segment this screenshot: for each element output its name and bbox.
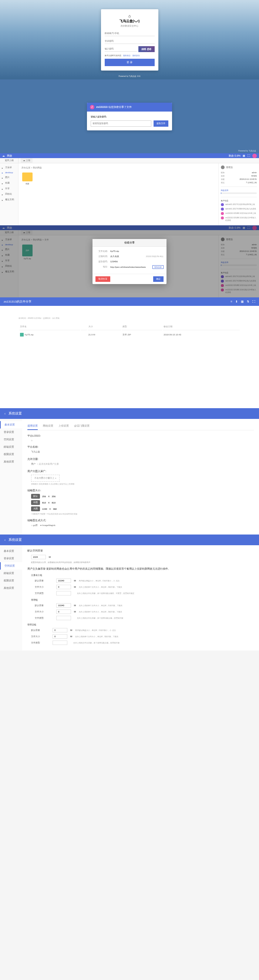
folder-item[interactable]: 相册 (21, 172, 33, 185)
quota-row: 文件大小M允许上传的单个文件大小，单位M，0则不限，下限关 (31, 634, 254, 639)
table-row[interactable]: KpT5.zip21.9 M文件 ZIP2018-09-15 10:43 (19, 331, 240, 338)
quota-input[interactable] (56, 579, 71, 583)
sidebar-item[interactable]: ▸分享 (1, 186, 17, 191)
quota-row: 文件大小M允许上传的单个文件大小，单位M，0则不限，下限关 (35, 585, 254, 589)
login-subtitle: 您的数据安全中心 (105, 24, 155, 28)
sidebar-item[interactable]: ▸回收站 (1, 191, 17, 197)
settings-nav: 基本设置登录设置空间设置邮箱设置权限设置其他设置 (0, 545, 22, 651)
modal-field: 文件名称:KpT5.zip (96, 250, 163, 253)
default-quota-input[interactable] (31, 555, 46, 559)
app-name: 网盘 (7, 154, 12, 158)
username-input[interactable] (105, 31, 155, 36)
captcha-input[interactable] (105, 46, 137, 52)
quota-input[interactable] (56, 585, 71, 589)
list-icon[interactable]: ≡ (230, 300, 232, 303)
nav-item[interactable]: 其他设置 (0, 584, 22, 592)
back-icon[interactable]: ‹ (5, 412, 6, 415)
captcha-image[interactable]: M6 B6 (138, 46, 155, 52)
folder-icon: ▸ (2, 193, 4, 196)
back-icon[interactable]: ‹ (5, 538, 6, 542)
tab[interactable]: 通用设置 (27, 423, 38, 430)
tab[interactable]: 网络设置 (43, 423, 53, 430)
quota-input[interactable] (56, 603, 71, 608)
nav-item[interactable]: 邮箱设置 (0, 570, 22, 577)
login-section: ⌂ 飞鸟云盘(•ᴗ•) 您的数据安全中心 M6 B6 账号注册即代表同意 服务条… (0, 0, 259, 80)
sidebar-item[interactable]: ▸图片 (1, 175, 17, 180)
sidebar-item[interactable]: ▸主目录 (1, 165, 17, 170)
quota-row: 文件类型允许上传的文件名后缀，多个使用勾取分隔符，可有空，留空则不限定 (35, 591, 254, 595)
admin-group-title: 管理员组 (27, 623, 254, 627)
extract-button[interactable]: 提取文件 (153, 121, 168, 127)
share-list-header: zs131313的文件分享 ≡ ⬇ ▦ ⇅ ⛶ (0, 298, 259, 306)
user-avatar-icon (221, 165, 225, 169)
privacy-link[interactable]: 隐私政策 (133, 54, 140, 57)
settings-space: ‹ 系统设置 基本设置登录设置空间设置邮箱设置权限设置其他设置 默认空间容量 M… (0, 535, 259, 651)
share-avatar: Z (90, 105, 94, 109)
sidebar-item[interactable]: ▸最近文档 (1, 197, 17, 202)
cancel-share-button[interactable]: 取消分享 (96, 276, 110, 282)
folder-icon: ▸ (2, 167, 4, 169)
quota-input[interactable] (53, 641, 67, 645)
user-quota-title: 用户主头像容量·更影响在网盘也会占用中用户的在真正的同情限额。限额以后需要首个暂… (27, 567, 254, 571)
fullscreen-icon[interactable]: ⛶ (253, 300, 255, 303)
modal-field: 地址:http://pan.url/share/index/wwwshare复制… (96, 265, 163, 269)
nav-item[interactable]: 登录设置 (0, 428, 22, 436)
user-avatar-icon[interactable] (253, 154, 257, 158)
grid-view-icon[interactable]: ▦ (241, 300, 244, 303)
quota-input[interactable] (56, 591, 71, 595)
nav-item[interactable]: 空间设置 (0, 562, 22, 570)
upload-button[interactable]: ☁ 上传 (21, 158, 32, 163)
sidebar-item[interactable]: ▸收藏 (1, 180, 17, 186)
folder-icon: ▸ (2, 177, 4, 179)
nav-item[interactable]: 权限设置 (0, 451, 22, 458)
share-password-input[interactable] (91, 121, 151, 127)
modal-field: 提取密码:123456 (96, 260, 163, 263)
fm-topbar: ☁ 网盘 剩余 0.8% ▦ ⛶ (0, 153, 259, 158)
logo-preview: ⌂ (31, 439, 254, 441)
share-meta: 发布时间：2018年11月15日 · 过期时间：永久有效 (19, 317, 240, 319)
quota-input[interactable] (53, 634, 67, 639)
upload-bg-button[interactable]: 不在大图小小窗口上 + (31, 475, 59, 482)
fullscreen-icon[interactable]: ⛶ (248, 154, 250, 157)
nav-item[interactable]: 空间设置 (0, 436, 22, 443)
nav-item[interactable]: 其他设置 (0, 458, 22, 465)
terms-link[interactable]: 服务条款 (123, 54, 131, 57)
grid-icon[interactable]: ▦ (243, 154, 245, 158)
nav-item[interactable]: 邮箱设置 (0, 443, 22, 451)
login-card: ⌂ 飞鸟云盘(•ᴗ•) 您的数据安全中心 M6 B6 账号注册即代表同意 服务条… (101, 9, 158, 70)
tab[interactable]: 会话门限设置 (74, 423, 90, 430)
nav-item[interactable]: 登录设置 (0, 555, 22, 562)
compress-imagick-radio[interactable]: ● ImageMagick (40, 524, 56, 527)
quota-input[interactable] (53, 628, 67, 632)
login-button[interactable]: 登 录 (105, 59, 155, 66)
compress-gd-radio[interactable]: ○ gd库 (31, 524, 38, 527)
tab[interactable]: 上传设置 (58, 423, 69, 430)
logo-label: 平台LOGO: (27, 434, 254, 438)
confirm-button[interactable]: 确定 (153, 276, 163, 282)
back-button[interactable]: 返回上级 (0, 158, 19, 163)
thumb-label: 缩略图大小: (27, 489, 254, 492)
nav-item[interactable]: 基本设置 (0, 547, 22, 555)
sidebar-item[interactable]: ▸desktop (1, 170, 17, 175)
quota-input[interactable] (56, 609, 71, 614)
nav-item[interactable]: 权限设置 (0, 577, 22, 584)
quota-input[interactable] (56, 616, 71, 620)
default-quota-title: 默认空间容量 (27, 549, 254, 553)
role-select[interactable]: 用户 (31, 463, 35, 465)
breadcrumb[interactable]: 所有位置 > 我的网盘 (21, 166, 215, 170)
quota-row: 默认容量M允许上传的单个文件大小，单位M，0 则不限，下限关 (35, 603, 254, 608)
share-header: Z zs131313 给您加密分享了文件 (87, 103, 172, 111)
copy-link-button[interactable]: 复制连接 (152, 265, 163, 269)
info-row: 昵称admin (221, 172, 257, 173)
share-password-section: Z zs131313 给您加密分享了文件 请输入提取密码: 提取文件 Power… (0, 80, 259, 153)
download-icon[interactable]: ⬇ (235, 300, 238, 303)
settings-tabs: 通用设置网络设置上传设置会话门限设置 (27, 423, 254, 430)
password-input[interactable] (105, 38, 155, 44)
thumb-hint: • 缩略图尺寸配置 • 可以指定高度 auto 则会按照等比缩放 (31, 513, 254, 515)
nav-item[interactable]: 基本设置 (0, 421, 22, 428)
sort-icon[interactable]: ⇅ (247, 300, 249, 303)
section-title: 网盘使用 (221, 189, 257, 191)
user-name: 管理员 (226, 166, 233, 169)
compress-label: 缩略图生成方式: (27, 519, 254, 522)
settings-nav: 基本设置登录设置空间设置邮箱设置权限设置其他设置 (0, 419, 22, 535)
